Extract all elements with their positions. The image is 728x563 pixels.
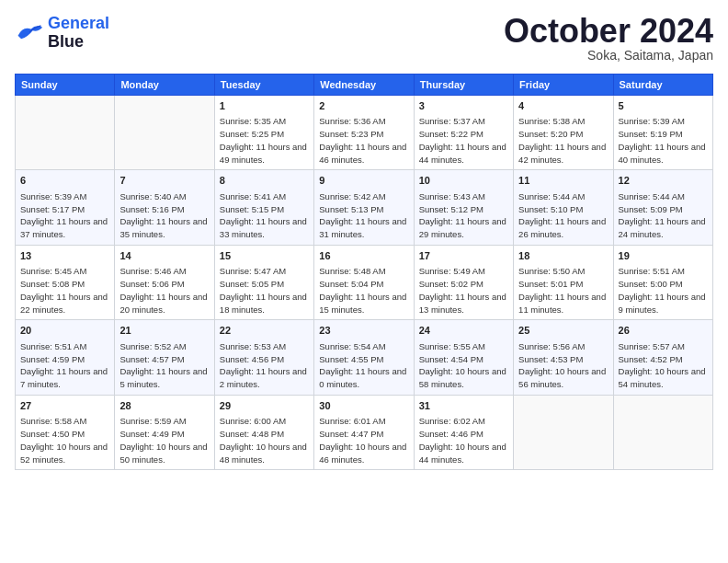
weekday-tuesday: Tuesday: [214, 75, 313, 96]
day-number: 13: [20, 249, 109, 263]
weekday-wednesday: Wednesday: [314, 75, 414, 96]
calendar-cell: 14Sunrise: 5:46 AM Sunset: 5:06 PM Dayli…: [115, 245, 214, 319]
day-info: Sunrise: 5:37 AM Sunset: 5:22 PM Dayligh…: [419, 115, 508, 166]
calendar-cell: 8Sunrise: 5:41 AM Sunset: 5:15 PM Daylig…: [214, 170, 313, 245]
day-number: 12: [619, 174, 708, 188]
calendar-cell: 28Sunrise: 5:59 AM Sunset: 4:49 PM Dayli…: [115, 395, 214, 469]
day-number: 3: [419, 99, 508, 113]
calendar-cell: 26Sunrise: 5:57 AM Sunset: 4:52 PM Dayli…: [613, 320, 712, 395]
weekday-header-row: SundayMondayTuesdayWednesdayThursdayFrid…: [16, 75, 713, 96]
calendar-cell: 21Sunrise: 5:52 AM Sunset: 4:57 PM Dayli…: [115, 320, 214, 395]
calendar-cell: 17Sunrise: 5:49 AM Sunset: 5:02 PM Dayli…: [414, 245, 513, 319]
calendar-cell: 6Sunrise: 5:39 AM Sunset: 5:17 PM Daylig…: [16, 170, 115, 245]
day-number: 20: [20, 324, 109, 338]
calendar-week-4: 20Sunrise: 5:51 AM Sunset: 4:59 PM Dayli…: [16, 320, 713, 395]
location-subtitle: Soka, Saitama, Japan: [504, 48, 713, 63]
day-info: Sunrise: 5:53 AM Sunset: 4:56 PM Dayligh…: [220, 340, 309, 391]
calendar-cell: [115, 96, 214, 170]
day-info: Sunrise: 5:39 AM Sunset: 5:17 PM Dayligh…: [20, 190, 109, 241]
day-info: Sunrise: 5:44 AM Sunset: 5:09 PM Dayligh…: [619, 190, 708, 241]
calendar-week-3: 13Sunrise: 5:45 AM Sunset: 5:08 PM Dayli…: [16, 245, 713, 319]
day-info: Sunrise: 6:00 AM Sunset: 4:48 PM Dayligh…: [220, 415, 309, 465]
calendar-cell: 22Sunrise: 5:53 AM Sunset: 4:56 PM Dayli…: [214, 320, 313, 395]
day-number: 7: [119, 174, 209, 188]
calendar-cell: 24Sunrise: 5:55 AM Sunset: 4:54 PM Dayli…: [414, 320, 513, 395]
calendar-cell: 3Sunrise: 5:37 AM Sunset: 5:22 PM Daylig…: [414, 96, 513, 170]
day-info: Sunrise: 5:50 AM Sunset: 5:01 PM Dayligh…: [518, 265, 608, 316]
day-number: 15: [220, 249, 309, 263]
calendar-cell: 12Sunrise: 5:44 AM Sunset: 5:09 PM Dayli…: [613, 170, 712, 245]
day-number: 11: [518, 174, 608, 188]
calendar-cell: 20Sunrise: 5:51 AM Sunset: 4:59 PM Dayli…: [16, 320, 115, 395]
title-area: October 2024 Soka, Saitama, Japan: [504, 15, 713, 63]
calendar-cell: 23Sunrise: 5:54 AM Sunset: 4:55 PM Dayli…: [314, 320, 414, 395]
day-info: Sunrise: 5:51 AM Sunset: 4:59 PM Dayligh…: [20, 340, 109, 391]
day-info: Sunrise: 5:42 AM Sunset: 5:13 PM Dayligh…: [319, 190, 408, 241]
day-number: 19: [619, 249, 708, 263]
day-number: 24: [419, 324, 508, 338]
day-info: Sunrise: 6:01 AM Sunset: 4:47 PM Dayligh…: [319, 415, 408, 465]
calendar-cell: 2Sunrise: 5:36 AM Sunset: 5:23 PM Daylig…: [314, 96, 414, 170]
calendar-cell: 16Sunrise: 5:48 AM Sunset: 5:04 PM Dayli…: [314, 245, 414, 319]
day-number: 10: [419, 174, 508, 188]
day-info: Sunrise: 5:45 AM Sunset: 5:08 PM Dayligh…: [20, 265, 109, 316]
calendar-cell: 25Sunrise: 5:56 AM Sunset: 4:53 PM Dayli…: [514, 320, 613, 395]
calendar-cell: 30Sunrise: 6:01 AM Sunset: 4:47 PM Dayli…: [314, 395, 414, 469]
calendar-cell: 15Sunrise: 5:47 AM Sunset: 5:05 PM Dayli…: [214, 245, 313, 319]
day-info: Sunrise: 6:02 AM Sunset: 4:46 PM Dayligh…: [419, 415, 508, 465]
day-number: 4: [518, 99, 608, 113]
day-info: Sunrise: 5:36 AM Sunset: 5:23 PM Dayligh…: [319, 115, 408, 166]
day-info: Sunrise: 5:43 AM Sunset: 5:12 PM Dayligh…: [419, 190, 508, 241]
calendar-cell: 18Sunrise: 5:50 AM Sunset: 5:01 PM Dayli…: [514, 245, 613, 319]
calendar-cell: 27Sunrise: 5:58 AM Sunset: 4:50 PM Dayli…: [16, 395, 115, 469]
logo-text: General Blue: [48, 15, 109, 52]
calendar-cell: 19Sunrise: 5:51 AM Sunset: 5:00 PM Dayli…: [613, 245, 712, 319]
calendar-cell: 7Sunrise: 5:40 AM Sunset: 5:16 PM Daylig…: [115, 170, 214, 245]
day-info: Sunrise: 5:54 AM Sunset: 4:55 PM Dayligh…: [319, 340, 408, 391]
day-number: 27: [20, 399, 109, 413]
logo-icon: [15, 20, 44, 46]
day-number: 21: [119, 324, 209, 338]
calendar-cell: 5Sunrise: 5:39 AM Sunset: 5:19 PM Daylig…: [613, 96, 712, 170]
calendar-week-2: 6Sunrise: 5:39 AM Sunset: 5:17 PM Daylig…: [16, 170, 713, 245]
day-info: Sunrise: 5:46 AM Sunset: 5:06 PM Dayligh…: [119, 265, 209, 316]
calendar-body: 1Sunrise: 5:35 AM Sunset: 5:25 PM Daylig…: [16, 96, 713, 470]
day-number: 23: [319, 324, 408, 338]
day-number: 17: [419, 249, 508, 263]
day-info: Sunrise: 5:49 AM Sunset: 5:02 PM Dayligh…: [419, 265, 508, 316]
day-info: Sunrise: 5:56 AM Sunset: 4:53 PM Dayligh…: [518, 340, 608, 391]
day-info: Sunrise: 5:35 AM Sunset: 5:25 PM Dayligh…: [220, 115, 309, 166]
calendar-cell: 1Sunrise: 5:35 AM Sunset: 5:25 PM Daylig…: [214, 96, 313, 170]
day-info: Sunrise: 5:55 AM Sunset: 4:54 PM Dayligh…: [419, 340, 508, 391]
calendar-cell: 9Sunrise: 5:42 AM Sunset: 5:13 PM Daylig…: [314, 170, 414, 245]
day-info: Sunrise: 5:58 AM Sunset: 4:50 PM Dayligh…: [20, 415, 109, 465]
calendar-table: SundayMondayTuesdayWednesdayThursdayFrid…: [15, 74, 713, 470]
header: General Blue October 2024 Soka, Saitama,…: [15, 15, 713, 63]
weekday-saturday: Saturday: [613, 75, 712, 96]
day-number: 2: [319, 99, 408, 113]
day-number: 5: [619, 99, 708, 113]
day-info: Sunrise: 5:41 AM Sunset: 5:15 PM Dayligh…: [220, 190, 309, 241]
weekday-thursday: Thursday: [414, 75, 513, 96]
day-number: 22: [220, 324, 309, 338]
month-title: October 2024: [504, 15, 713, 48]
day-number: 14: [119, 249, 209, 263]
calendar-cell: 10Sunrise: 5:43 AM Sunset: 5:12 PM Dayli…: [414, 170, 513, 245]
calendar-week-5: 27Sunrise: 5:58 AM Sunset: 4:50 PM Dayli…: [16, 395, 713, 469]
calendar-cell: 4Sunrise: 5:38 AM Sunset: 5:20 PM Daylig…: [514, 96, 613, 170]
day-info: Sunrise: 5:52 AM Sunset: 4:57 PM Dayligh…: [119, 340, 209, 391]
calendar-cell: [613, 395, 712, 469]
day-number: 29: [220, 399, 309, 413]
day-number: 8: [220, 174, 309, 188]
day-number: 31: [419, 399, 508, 413]
day-number: 6: [20, 174, 109, 188]
day-number: 9: [319, 174, 408, 188]
calendar-week-1: 1Sunrise: 5:35 AM Sunset: 5:25 PM Daylig…: [16, 96, 713, 170]
day-number: 26: [619, 324, 708, 338]
day-info: Sunrise: 5:47 AM Sunset: 5:05 PM Dayligh…: [220, 265, 309, 316]
day-number: 1: [220, 99, 309, 113]
calendar-cell: 13Sunrise: 5:45 AM Sunset: 5:08 PM Dayli…: [16, 245, 115, 319]
day-number: 18: [518, 249, 608, 263]
logo: General Blue: [15, 15, 109, 52]
calendar-cell: 29Sunrise: 6:00 AM Sunset: 4:48 PM Dayli…: [214, 395, 313, 469]
